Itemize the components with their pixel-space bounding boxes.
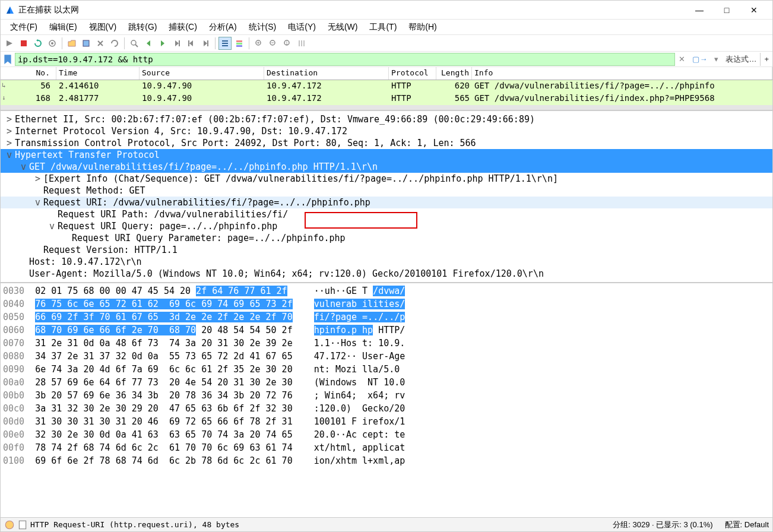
hex-row[interactable]: 0070 31 2e 31 0d 0a 48 6f 73 74 3a 20 31…: [3, 337, 770, 350]
close-button[interactable]: ✕: [740, 1, 768, 20]
go-forward-icon[interactable]: [156, 37, 169, 50]
menu-view[interactable]: 视图(V): [83, 21, 123, 34]
packet-list-header[interactable]: No. Time Source Destination Protocol Len…: [1, 67, 772, 80]
find-icon[interactable]: [128, 37, 141, 50]
expression-button[interactable]: 表达式…: [722, 53, 760, 66]
svg-rect-9: [222, 40, 228, 42]
detail-row[interactable]: Request URI Query Parameter: page=../../…: [1, 232, 772, 244]
expert-info-icon[interactable]: [4, 520, 15, 530]
packet-details-pane: >Ethernet II, Src: 00:2b:67:f7:07:ef (00…: [1, 111, 772, 283]
menu-tools[interactable]: 工具(T): [363, 21, 403, 34]
hex-row[interactable]: 00f0 78 74 2f 68 74 6d 6c 2c 61 70 70 6c…: [3, 441, 770, 454]
detail-row[interactable]: Host: 10.9.47.172\r\n: [1, 256, 772, 268]
filter-apply-icon[interactable]: ▢→: [689, 53, 711, 66]
maximize-button[interactable]: □: [713, 1, 740, 20]
detail-row[interactable]: >[Expert Info (Chat/Sequence): GET /dvwa…: [1, 173, 772, 185]
hex-row[interactable]: 00e0 32 30 2e 30 0d 0a 41 63 63 65 70 74…: [3, 428, 770, 441]
go-first-icon[interactable]: [185, 37, 198, 50]
detail-row[interactable]: vGET /dvwa/vulnerabilities/fi/?page=../.…: [1, 161, 772, 173]
reload-icon[interactable]: [108, 37, 121, 50]
detail-row[interactable]: Request Method: GET: [1, 185, 772, 197]
packet-row[interactable]: ↓168 2.481777 10.9.47.90 10.9.47.172 HTT…: [1, 93, 772, 105]
go-back-icon[interactable]: [142, 37, 155, 50]
hex-row[interactable]: 0040 76 75 6c 6e 65 72 61 62 69 6c 69 74…: [3, 297, 770, 311]
restart-capture-icon[interactable]: [31, 37, 45, 50]
hex-row[interactable]: 0060 68 70 69 6e 66 6f 2e 70 68 70 20 48…: [3, 324, 770, 337]
zoom-reset-icon[interactable]: 1: [281, 37, 294, 50]
menu-capture[interactable]: 捕获(C): [163, 21, 202, 34]
toolbar-separator: [249, 37, 249, 49]
detail-row[interactable]: vRequest URI Query: page=../../phpinfo.p…: [1, 220, 772, 232]
save-file-icon[interactable]: [80, 37, 93, 50]
hex-row[interactable]: 0080 34 37 2e 31 37 32 0d 0a 55 73 65 72…: [3, 350, 770, 363]
detail-row[interactable]: vHypertext Transfer Protocol: [1, 149, 772, 161]
hex-row[interactable]: 0050 66 69 2f 3f 70 61 67 65 3d 2e 2e 2f…: [3, 311, 770, 324]
detail-row[interactable]: >Internet Protocol Version 4, Src: 10.9.…: [1, 125, 772, 137]
start-capture-icon[interactable]: [3, 37, 16, 50]
detail-row[interactable]: User-Agent: Mozilla/5.0 (Windows NT 10.0…: [1, 268, 772, 280]
toolbar-separator: [124, 37, 125, 49]
col-time[interactable]: Time: [56, 67, 140, 80]
menu-go[interactable]: 跳转(G): [122, 21, 163, 34]
menu-help[interactable]: 帮助(H): [403, 21, 442, 34]
menu-edit[interactable]: 编辑(E): [43, 21, 83, 34]
hex-row[interactable]: 00c0 3a 31 32 30 2e 30 29 20 47 65 63 6b…: [3, 402, 770, 415]
close-file-icon[interactable]: [94, 37, 107, 50]
capture-file-properties-icon[interactable]: [17, 520, 28, 530]
svg-rect-0: [21, 40, 27, 46]
detail-row[interactable]: >Ethernet II, Src: 00:2b:67:f7:07:ef (00…: [1, 113, 772, 125]
packet-bytes-pane: 0030 02 01 75 68 00 00 47 45 54 20 2f 64…: [1, 283, 772, 517]
detail-row[interactable]: >Transmission Control Protocol, Src Port…: [1, 137, 772, 149]
zoom-out-icon[interactable]: [267, 37, 280, 50]
go-last-icon[interactable]: [199, 37, 212, 50]
detail-row[interactable]: Request URI Path: /dvwa/vulnerabilities/…: [1, 208, 772, 220]
menu-telephony[interactable]: 电话(Y): [282, 21, 322, 34]
zoom-in-icon[interactable]: [252, 37, 265, 50]
capture-options-icon[interactable]: [46, 37, 59, 50]
open-file-icon[interactable]: [65, 37, 78, 50]
packet-row[interactable]: ↳56 2.414610 10.9.47.90 10.9.47.172 HTTP…: [1, 80, 772, 93]
detail-row[interactable]: Request Version: HTTP/1.1: [1, 244, 772, 256]
packet-list-scrollbar[interactable]: [1, 105, 772, 110]
filter-bar: ✕ ▢→ ▾ 表达式… +: [1, 52, 772, 67]
menu-wireless[interactable]: 无线(W): [322, 21, 364, 34]
auto-scroll-icon[interactable]: [218, 37, 232, 50]
hex-row[interactable]: 00d0 31 30 30 31 30 31 20 46 69 72 65 66…: [3, 415, 770, 428]
add-filter-button[interactable]: +: [760, 53, 772, 66]
col-length[interactable]: Length: [436, 67, 472, 80]
stop-capture-icon[interactable]: [17, 37, 30, 50]
svg-point-25: [5, 521, 14, 529]
col-source[interactable]: Source: [140, 67, 264, 80]
app-window: 正在捕获 以太网 — □ ✕ 文件(F) 编辑(E) 视图(V) 跳转(G) 捕…: [0, 0, 773, 532]
status-mid: 分组: 3029 · 已显示: 3 (0.1%): [613, 520, 712, 530]
minimize-button[interactable]: —: [686, 1, 713, 20]
toolbar: 1: [1, 35, 772, 52]
menu-analyze[interactable]: 分析(A): [203, 21, 243, 34]
svg-rect-14: [236, 45, 242, 47]
menu-statistics[interactable]: 统计(S): [243, 21, 283, 34]
svg-rect-3: [83, 40, 89, 46]
hex-row[interactable]: 0100 69 6f 6e 2f 78 68 74 6d 6c 2b 78 6d…: [3, 454, 770, 467]
col-no[interactable]: No.: [1, 67, 56, 80]
detail-row[interactable]: vRequest URI: /dvwa/vulnerabilities/fi/?…: [1, 197, 772, 208]
window-title: 正在捕获 以太网: [18, 5, 686, 15]
hex-row[interactable]: 00a0 28 57 69 6e 64 6f 77 73 20 4e 54 20…: [3, 376, 770, 389]
colorize-icon[interactable]: [233, 37, 246, 50]
hex-row[interactable]: 0090 6e 74 3a 20 4d 6f 7a 69 6c 6c 61 2f…: [3, 363, 770, 376]
col-destination[interactable]: Destination: [264, 67, 389, 80]
hex-row[interactable]: 00b0 3b 20 57 69 6e 36 34 3b 20 78 36 34…: [3, 389, 770, 402]
menu-file[interactable]: 文件(F): [4, 21, 43, 34]
resize-columns-icon[interactable]: [295, 37, 308, 50]
col-info[interactable]: Info: [472, 67, 772, 80]
display-filter-input[interactable]: [15, 53, 675, 66]
packet-list-pane: No. Time Source Destination Protocol Len…: [1, 67, 772, 111]
toolbar-separator: [62, 37, 62, 49]
filter-dropdown-icon[interactable]: ▾: [711, 53, 722, 66]
col-protocol[interactable]: Protocol: [389, 67, 436, 80]
bookmark-icon[interactable]: [2, 54, 13, 65]
hex-row[interactable]: 0030 02 01 75 68 00 00 47 45 54 20 2f 64…: [3, 284, 770, 297]
menubar: 文件(F) 编辑(E) 视图(V) 跳转(G) 捕获(C) 分析(A) 统计(S…: [1, 20, 772, 35]
related-arrow-icon: ↳: [2, 81, 6, 89]
go-to-packet-icon[interactable]: [170, 37, 183, 50]
filter-clear-icon[interactable]: ✕: [675, 53, 689, 66]
